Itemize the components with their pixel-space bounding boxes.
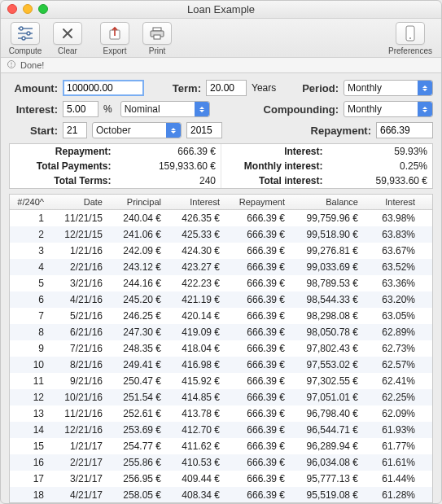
column-header[interactable]: Principal [107,195,166,209]
table-row[interactable]: 162/21/17255.86 €410.53 €666.39 €96,034.… [10,454,432,471]
column-header[interactable]: Balance [290,195,363,209]
label-period: Period: [300,82,339,94]
summary-key: Repayment: [10,146,115,157]
table-row[interactable]: 53/21/16244.16 €422.23 €666.39 €98,789.5… [10,275,432,291]
table-row[interactable]: 212/21/15241.06 €425.33 €666.39 €99,518.… [10,226,432,243]
table-row[interactable]: 75/21/16246.25 €420.14 €666.39 €98,298.0… [10,308,432,324]
table-row[interactable]: 86/21/16247.30 €419.09 €666.39 €98,050.7… [10,324,432,340]
label-amount: Amount: [9,82,58,94]
table-cell: 248.35 € [107,340,166,357]
table-body[interactable]: 111/21/15240.04 €426.35 €666.39 €99,759.… [10,210,432,502]
table-cell: 254.77 € [107,438,166,454]
compute-button[interactable]: Compute [7,22,43,55]
period-select[interactable]: Monthly [344,80,433,96]
table-row[interactable]: 1412/21/16253.69 €412.70 €666.39 €96,544… [10,422,432,438]
table-row[interactable]: 31/21/16242.09 €424.30 €666.39 €99,276.8… [10,243,432,259]
table-cell: 16 [10,454,49,471]
table-cell: 18 [10,487,49,502]
column-header[interactable]: Interest [363,195,420,209]
column-header[interactable]: Interest [166,195,225,209]
table-row[interactable]: 151/21/17254.77 €411.62 €666.39 €96,289.… [10,438,432,454]
column-header[interactable]: #/240^ [10,195,49,209]
label-term: Term: [168,82,201,94]
table-row[interactable]: 111/21/15240.04 €426.35 €666.39 €99,759.… [10,210,432,226]
table-cell: 255.86 € [107,454,166,471]
table-row[interactable]: 97/21/16248.35 €418.04 €666.39 €97,802.4… [10,340,432,357]
start-year-input[interactable] [186,122,222,138]
table-cell: 415.92 € [166,373,225,389]
table-row[interactable]: 1210/21/16251.54 €414.85 €666.39 €97,051… [10,389,432,405]
table-cell: 62.89% [363,324,420,340]
label-start: Start: [9,125,58,137]
column-header[interactable]: Repayment [225,195,290,209]
table-cell: 9 [10,340,49,357]
table-cell: 666.39 € [225,357,290,373]
column-header[interactable]: Date [49,195,107,209]
table-row[interactable]: 108/21/16249.41 €416.98 €666.39 €97,553.… [10,357,432,373]
table-cell: 7 [10,308,49,324]
table-header[interactable]: #/240^DatePrincipalInterestRepaymentBala… [10,195,432,210]
svg-point-13 [409,37,411,39]
svg-rect-9 [153,28,161,31]
table-cell: 416.98 € [166,357,225,373]
print-button[interactable]: Print [139,22,175,55]
table-cell: 423.27 € [166,259,225,275]
table-cell: 419.09 € [166,324,225,340]
chevrons-icon [418,102,432,116]
table-cell: 2/21/16 [49,259,107,275]
table-cell: 96,289.94 € [290,438,363,454]
clear-button[interactable]: Clear [50,22,85,55]
table-cell: 666.39 € [225,226,290,243]
form-row-3: Start: October Repayment: [9,122,433,138]
table-cell: 11/21/16 [49,405,107,422]
table-cell: 258.05 € [107,487,166,502]
table-cell: 1 [10,210,49,226]
schedule-table: #/240^DatePrincipalInterestRepaymentBala… [9,194,433,503]
table-cell: 97,553.02 € [290,357,363,373]
start-day-input[interactable] [63,122,87,138]
zoom-icon[interactable] [38,4,48,14]
summary-panel: Repayment:666.39 €Interest:59.93%Total P… [9,143,433,189]
rate-type-select[interactable]: Nominal [120,101,210,117]
repayment-input[interactable] [376,122,433,138]
table-cell: 62.25% [363,389,420,405]
chevrons-icon [418,81,432,95]
table-cell: 63.52% [363,259,420,275]
term-input[interactable] [206,80,247,96]
table-cell: 666.39 € [225,389,290,405]
table-cell: 11/21/15 [49,210,107,226]
table-cell: 7/21/16 [49,340,107,357]
summary-key: Interest: [221,146,326,157]
table-row[interactable]: 42/21/16243.12 €423.27 €666.39 €99,033.6… [10,259,432,275]
preferences-button[interactable]: Preferences [386,22,435,55]
amount-input[interactable] [63,80,144,96]
table-cell: 4/21/16 [49,291,107,308]
interest-input[interactable] [63,101,98,117]
table-cell: 99,518.90 € [290,226,363,243]
start-month-select[interactable]: October [92,122,182,138]
table-row[interactable]: 64/21/16245.20 €421.19 €666.39 €98,544.3… [10,291,432,308]
minimize-icon[interactable] [23,4,33,14]
table-cell: 62.09% [363,405,420,422]
table-cell: 99,276.81 € [290,243,363,259]
compounding-select[interactable]: Monthly [344,101,433,117]
table-row[interactable]: 184/21/17258.05 €408.34 €666.39 €95,519.… [10,487,432,502]
table-row[interactable]: 1311/21/16252.61 €413.78 €666.39 €96,798… [10,405,432,422]
table-cell: 62.57% [363,357,420,373]
table-cell: 61.44% [363,471,420,487]
table-cell: 61.61% [363,454,420,471]
export-button[interactable]: Export [97,22,133,55]
table-cell: 61.93% [363,422,420,438]
table-cell: 666.39 € [225,243,290,259]
svg-point-5 [22,37,25,40]
table-cell: 666.39 € [225,210,290,226]
table-row[interactable]: 119/21/16250.47 €415.92 €666.39 €97,302.… [10,373,432,389]
table-cell: 241.06 € [107,226,166,243]
close-icon[interactable] [7,4,17,14]
table-cell: 97,051.01 € [290,389,363,405]
table-cell: 253.69 € [107,422,166,438]
table-cell: 2/21/17 [49,454,107,471]
select-value: Monthly [348,103,382,115]
table-row[interactable]: 173/21/17256.95 €409.44 €666.39 €95,777.… [10,471,432,487]
summary-value: 159,933.60 € [115,160,221,172]
